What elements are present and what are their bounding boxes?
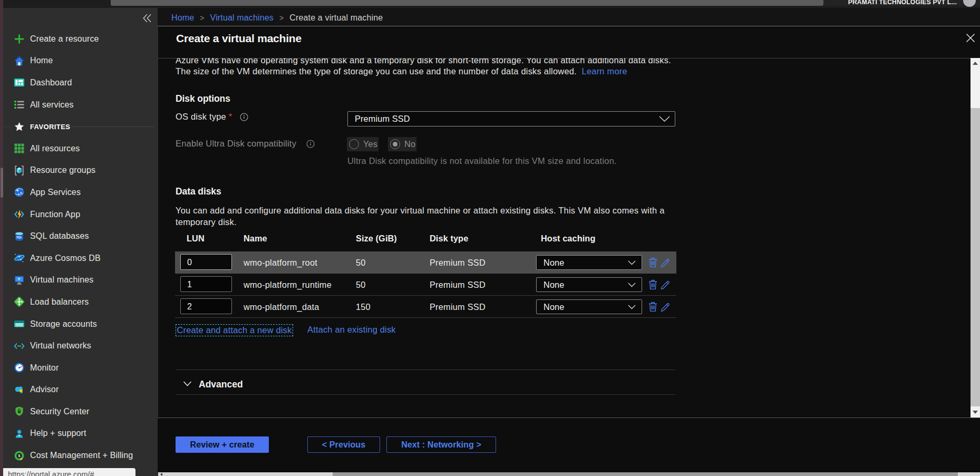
advanced-section-label[interactable]: Advanced bbox=[199, 379, 243, 390]
column-header-size: Size (GiB) bbox=[356, 234, 397, 244]
host-caching-value: None bbox=[537, 302, 628, 312]
lun-input[interactable] bbox=[180, 254, 232, 270]
sidebar-item-label: FAVORITES bbox=[30, 123, 70, 131]
sidebar-item-virtual-machines[interactable]: Virtual machines bbox=[3, 269, 158, 292]
disk-options-heading: Disk options bbox=[176, 93, 230, 104]
radio-circle-checked-icon bbox=[390, 139, 400, 149]
lun-input[interactable] bbox=[180, 276, 232, 292]
os-disk-type-dropdown[interactable]: Premium SSD bbox=[347, 111, 675, 127]
ultra-disk-no-radio[interactable]: No bbox=[388, 137, 416, 151]
sidebar-item-label: All services bbox=[30, 100, 74, 110]
delete-disk-icon[interactable] bbox=[647, 300, 658, 313]
edit-disk-icon[interactable] bbox=[660, 278, 672, 291]
section-divider bbox=[176, 370, 675, 370]
sidebar-item-help-support[interactable]: Help + support bbox=[3, 423, 158, 445]
sidebar-item-create-a-resource[interactable]: Create a resource bbox=[3, 28, 158, 50]
sidebar-item-storage-accounts[interactable]: Storage accounts bbox=[3, 313, 158, 335]
breadcrumb-chevron-icon: > bbox=[279, 14, 284, 22]
favorites-divider-left bbox=[3, 127, 11, 127]
sidebar-item-advisor[interactable]: Advisor bbox=[3, 379, 158, 401]
top-bar: PRAMATI TECHNOLOGIES PVT L... bbox=[3, 0, 980, 8]
global-search-bar[interactable] bbox=[111, 0, 823, 6]
sidebar-item-azure-cosmos-db[interactable]: Azure Cosmos DB bbox=[3, 247, 158, 269]
intro-line2-text: The size of the VM determines the type o… bbox=[176, 66, 577, 76]
chevron-down-icon bbox=[628, 283, 636, 287]
host-caching-dropdown[interactable]: None bbox=[536, 255, 642, 270]
sidebar-item-label: Help + support bbox=[30, 429, 86, 438]
sidebar-item-security-center[interactable]: Security Center bbox=[3, 401, 158, 423]
host-caching-value: None bbox=[537, 258, 628, 268]
edit-disk-icon[interactable] bbox=[660, 300, 672, 313]
favorites-divider bbox=[71, 127, 154, 127]
os-disk-type-label: OS disk type * bbox=[176, 112, 232, 122]
chevron-down-icon bbox=[628, 305, 636, 309]
tenant-name[interactable]: PRAMATI TECHNOLOGIES PVT L... bbox=[848, 0, 957, 6]
disk-type-cell: Premium SSD bbox=[430, 280, 486, 290]
lun-input[interactable] bbox=[180, 298, 232, 314]
info-icon[interactable] bbox=[240, 113, 248, 121]
breadcrumb-virtual-machines-link[interactable]: Virtual machines bbox=[210, 13, 274, 23]
sidebar-item-sql-databases[interactable]: SQL SQL databases bbox=[3, 225, 158, 247]
intro-paragraph: Azure VMs have one operating system disk… bbox=[176, 58, 808, 77]
star-icon bbox=[14, 121, 25, 132]
disk-size-cell: 50 bbox=[356, 280, 366, 290]
host-caching-dropdown[interactable]: None bbox=[536, 299, 642, 314]
sidebar-item-all-resources[interactable]: All resources bbox=[3, 138, 158, 160]
ultra-disk-yes-radio[interactable]: Yes bbox=[347, 137, 379, 151]
vertical-scroll-thumb[interactable] bbox=[971, 108, 980, 406]
scroll-left-icon[interactable] bbox=[160, 473, 162, 476]
sidebar-item-label: Azure Cosmos DB bbox=[30, 254, 101, 263]
row-divider bbox=[175, 295, 676, 296]
previous-button[interactable]: < Previous bbox=[307, 436, 380, 453]
scroll-down-icon[interactable] bbox=[973, 411, 978, 414]
lightning-icon bbox=[14, 209, 25, 220]
sidebar-item-label: SQL databases bbox=[30, 231, 89, 241]
next-networking-button[interactable]: Next : Networking > bbox=[386, 436, 496, 453]
intro-line1: Azure VMs have one operating system disk… bbox=[176, 58, 808, 66]
svg-text:$: $ bbox=[18, 454, 21, 458]
sidebar-item-label: Security Center bbox=[30, 407, 90, 416]
azure-portal-screen: PRAMATI TECHNOLOGIES PVT L... Create a r… bbox=[0, 0, 980, 476]
sidebar-item-label: Virtual networks bbox=[30, 341, 91, 351]
chevron-down-icon[interactable] bbox=[183, 381, 192, 387]
sidebar-item-label: Function App bbox=[30, 210, 80, 219]
sidebar-item-home[interactable]: Home bbox=[3, 50, 158, 72]
sidebar-item-function-app[interactable]: Function App bbox=[3, 203, 158, 226]
sidebar-item-label: Resource groups bbox=[30, 166, 95, 175]
chevron-down-icon bbox=[659, 116, 670, 122]
close-icon[interactable] bbox=[966, 33, 975, 43]
learn-more-link[interactable]: Learn more bbox=[582, 66, 627, 76]
sidebar-item-cost-management[interactable]: $ Cost Management + Billing bbox=[3, 444, 158, 467]
sidebar-item-app-services[interactable]: App Services bbox=[3, 181, 158, 203]
sidebar-item-dashboard[interactable]: Dashboard bbox=[3, 72, 158, 94]
scroll-up-icon[interactable] bbox=[973, 62, 978, 65]
sidebar-item-monitor[interactable]: Monitor bbox=[3, 357, 158, 379]
cube-brackets-icon bbox=[14, 165, 25, 176]
vertical-scrollbar[interactable] bbox=[971, 58, 980, 417]
review-create-button[interactable]: Review + create bbox=[176, 436, 269, 453]
breadcrumb-chevron-icon: > bbox=[200, 14, 204, 22]
info-icon[interactable] bbox=[306, 140, 315, 148]
blade-content: Azure VMs have one operating system disk… bbox=[158, 58, 971, 417]
sidebar-item-virtual-networks[interactable]: Virtual networks bbox=[3, 335, 158, 357]
edit-disk-icon[interactable] bbox=[660, 256, 672, 269]
dashboard-icon bbox=[14, 77, 25, 88]
sidebar-item-all-services[interactable]: All services bbox=[3, 94, 158, 116]
breadcrumb-bar: Home > Virtual machines > Create a virtu… bbox=[158, 8, 980, 26]
host-caching-dropdown[interactable]: None bbox=[536, 277, 642, 292]
delete-disk-icon[interactable] bbox=[647, 278, 658, 291]
gauge-icon bbox=[14, 362, 25, 373]
delete-disk-icon[interactable] bbox=[647, 256, 658, 269]
horizontal-scroll-thumb[interactable] bbox=[333, 472, 958, 476]
network-icon bbox=[14, 341, 25, 352]
sidebar-collapse-icon[interactable] bbox=[143, 14, 151, 23]
home-icon bbox=[14, 55, 25, 66]
breadcrumb-home-link[interactable]: Home bbox=[171, 13, 194, 23]
sidebar-item-load-balancers[interactable]: Load balancers bbox=[3, 291, 158, 313]
create-attach-disk-link[interactable]: Create and attach a new disk bbox=[177, 325, 292, 335]
attach-existing-disk-link[interactable]: Attach an existing disk bbox=[307, 325, 396, 335]
avatar[interactable] bbox=[963, 0, 976, 7]
horizontal-scrollbar[interactable] bbox=[158, 472, 980, 476]
sidebar-item-resource-groups[interactable]: Resource groups bbox=[3, 160, 158, 182]
storage-icon bbox=[14, 318, 25, 329]
